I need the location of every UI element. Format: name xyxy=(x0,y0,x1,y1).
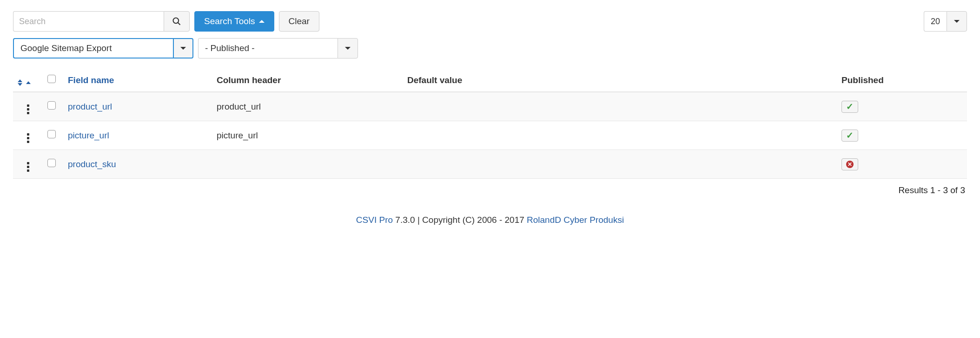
col-column-header-label: Column header xyxy=(217,75,281,85)
field-name-cell: product_url xyxy=(63,92,212,121)
drag-handle-cell xyxy=(13,121,43,150)
footer-version-text: 7.3.0 | Copyright (C) 2006 - 2017 xyxy=(393,215,527,225)
template-filter-caret[interactable] xyxy=(173,38,193,58)
col-column-header[interactable]: Column header xyxy=(212,69,403,92)
col-default-value[interactable]: Default value xyxy=(403,69,837,92)
col-field-name-label: Field name xyxy=(68,75,114,85)
chevron-down-icon xyxy=(345,47,351,50)
svg-point-0 xyxy=(173,18,179,24)
drag-handle-icon[interactable] xyxy=(27,104,29,114)
row-check-cell xyxy=(43,92,63,121)
toolbar-row-1: Search Tools Clear 20 xyxy=(13,11,967,32)
row-check-cell xyxy=(43,121,63,150)
drag-handle-cell xyxy=(13,92,43,121)
field-name-link[interactable]: product_sku xyxy=(68,159,116,169)
publish-toggle-published[interactable]: ✓ xyxy=(841,101,858,113)
default-value-cell xyxy=(403,121,837,150)
limit-value: 20 xyxy=(924,11,947,32)
sort-order-icon xyxy=(18,79,31,86)
column-header-cell: picture_url xyxy=(212,121,403,150)
template-filter-value: Google Sitemap Export xyxy=(13,38,173,58)
footer: CSVI Pro 7.3.0 | Copyright (C) 2006 - 20… xyxy=(13,195,967,225)
row-check-cell xyxy=(43,150,63,179)
table-header-row: Field name Column header Default value P… xyxy=(13,69,967,92)
limit-select[interactable]: 20 xyxy=(924,11,967,32)
col-ordering[interactable] xyxy=(13,69,43,92)
search-icon xyxy=(172,17,181,26)
drag-handle-cell xyxy=(13,150,43,179)
column-header-cell: product_url xyxy=(212,92,403,121)
check-all-checkbox[interactable] xyxy=(47,75,56,83)
published-cell: ✓ xyxy=(837,92,967,121)
field-name-cell: picture_url xyxy=(63,121,212,150)
col-published[interactable]: Published xyxy=(837,69,967,92)
field-name-link[interactable]: picture_url xyxy=(68,130,109,140)
table-row: picture_urlpicture_url✓ xyxy=(13,121,967,150)
caret-up-icon xyxy=(259,20,265,23)
template-filter[interactable]: Google Sitemap Export xyxy=(13,38,193,58)
fields-table: Field name Column header Default value P… xyxy=(13,69,967,179)
check-icon: ✓ xyxy=(846,130,854,141)
footer-company-link[interactable]: RolandD Cyber Produksi xyxy=(527,215,624,225)
toolbar-row-2: Google Sitemap Export - Published - xyxy=(13,38,967,58)
field-name-link[interactable]: product_url xyxy=(68,102,112,111)
row-checkbox[interactable] xyxy=(47,101,56,110)
chevron-down-icon xyxy=(954,20,960,23)
publish-toggle-published[interactable]: ✓ xyxy=(841,130,858,142)
field-name-cell: product_sku xyxy=(63,150,212,179)
row-checkbox[interactable] xyxy=(47,130,56,138)
footer-product-link[interactable]: CSVI Pro xyxy=(356,215,393,225)
table-row: product_urlproduct_url✓ xyxy=(13,92,967,121)
col-field-name[interactable]: Field name xyxy=(63,69,212,92)
col-published-label: Published xyxy=(841,75,884,85)
chevron-down-icon xyxy=(180,47,186,50)
results-count: Results 1 - 3 of 3 xyxy=(13,179,967,195)
row-checkbox[interactable] xyxy=(47,159,56,167)
limit-caret-button[interactable] xyxy=(947,11,967,32)
search-tools-button[interactable]: Search Tools xyxy=(194,11,274,32)
default-value-cell xyxy=(403,150,837,179)
drag-handle-icon[interactable] xyxy=(27,162,29,172)
search-input[interactable] xyxy=(13,11,164,32)
published-filter-caret[interactable] xyxy=(338,38,358,58)
published-filter[interactable]: - Published - xyxy=(198,38,358,58)
clear-button[interactable]: Clear xyxy=(279,11,319,32)
drag-handle-icon[interactable] xyxy=(27,133,29,143)
table-row: product_sku✕ xyxy=(13,150,967,179)
published-cell: ✕ xyxy=(837,150,967,179)
clear-label: Clear xyxy=(289,16,310,26)
svg-line-1 xyxy=(178,23,180,25)
column-header-cell xyxy=(212,150,403,179)
publish-toggle-unpublished[interactable]: ✕ xyxy=(841,158,858,170)
published-filter-value: - Published - xyxy=(198,38,338,58)
col-default-value-label: Default value xyxy=(407,75,462,85)
default-value-cell xyxy=(403,92,837,121)
published-cell: ✓ xyxy=(837,121,967,150)
search-button[interactable] xyxy=(164,11,190,32)
unpublished-icon: ✕ xyxy=(846,161,854,168)
search-group xyxy=(13,11,190,32)
search-tools-label: Search Tools xyxy=(204,16,255,26)
check-icon: ✓ xyxy=(846,101,854,112)
col-checkall[interactable] xyxy=(43,69,63,92)
